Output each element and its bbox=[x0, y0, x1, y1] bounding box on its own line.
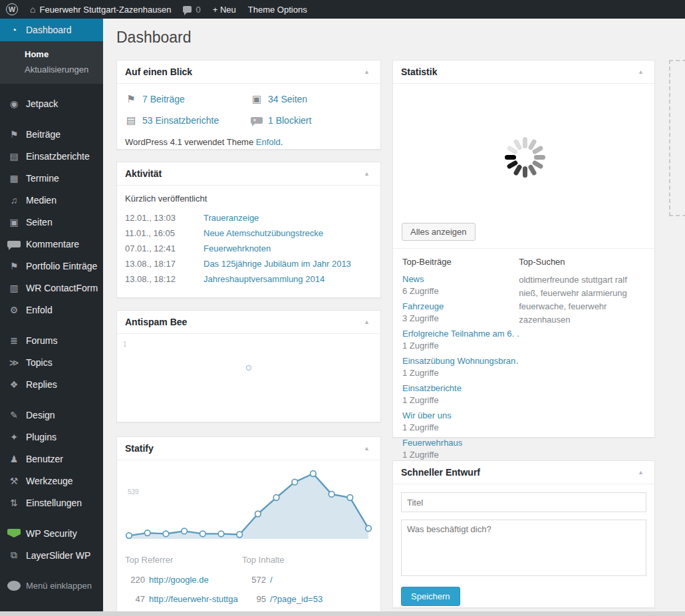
collapse-widget-button[interactable]: ▲ bbox=[635, 466, 646, 478]
top-post-link[interactable]: Einsatzübung Wohnungsbran… bbox=[402, 355, 519, 367]
admin-bar: W ⌂ Feuerwehr Stuttgart-Zazenhausen 0 + … bbox=[0, 0, 685, 19]
sidebar-item-label: Enfold bbox=[26, 305, 53, 315]
sidebar-item[interactable]: ⧉ LayerSlider WP bbox=[0, 544, 103, 566]
version-text: WordPress 4.1 verwendet Theme bbox=[125, 137, 253, 147]
activity-post-link[interactable]: Das 125jährige Jubiläum im Jahr 2013 bbox=[204, 259, 372, 269]
sidebar-item[interactable]: ▦ Termine bbox=[0, 167, 103, 189]
statify-rows: 220 http://google.de 572 / 47 http://feu… bbox=[125, 570, 372, 616]
sidebar-item[interactable]: ⚙ Enfold bbox=[0, 299, 103, 321]
sidebar-item[interactable]: ◀ Menü einklappen bbox=[0, 575, 103, 597]
dashboard-submenu: HomeAktualisierungen bbox=[0, 41, 103, 84]
sidebar-item[interactable]: ♟ Benutzer bbox=[0, 448, 103, 470]
sidebar-item[interactable]: ⚒ Werkzeuge bbox=[0, 470, 103, 492]
sidebar-item[interactable]: ⚑ Portfolio Einträge bbox=[0, 255, 103, 277]
sidebar-item[interactable]: ⚑ Beiträge bbox=[0, 123, 103, 145]
widget-header: Auf einen Blick ▲ bbox=[117, 61, 380, 84]
theme-link[interactable]: Enfold bbox=[256, 137, 281, 147]
sidebar-item[interactable]: ✎ Design bbox=[0, 404, 103, 426]
home-icon: ⌂ bbox=[30, 4, 35, 15]
draft-content-textarea[interactable] bbox=[401, 520, 646, 576]
collapse-icon: ◀ bbox=[7, 581, 21, 591]
glance-item[interactable]: ▤ 53 Einsatzberichte bbox=[125, 114, 247, 126]
widget-quick-draft: Schneller Entwurf ▲ Speichern bbox=[392, 460, 655, 608]
sidebar-item[interactable]: ⇅ Einstellungen bbox=[0, 492, 103, 514]
layers-icon: ⧉ bbox=[7, 549, 21, 561]
shield-icon bbox=[7, 529, 21, 538]
activity-post-link[interactable]: Neue Atemschutzübungstrecke bbox=[204, 228, 372, 238]
sidebar-item[interactable]: ≣ Forums bbox=[0, 329, 103, 351]
sidebar-item[interactable]: ✦ Plugins bbox=[0, 426, 103, 448]
content-link[interactable]: /?page_id=53 bbox=[270, 594, 372, 604]
new-content-button[interactable]: + Neu bbox=[207, 0, 242, 19]
sidebar-item-label: Replies bbox=[26, 379, 57, 390]
submenu-item[interactable]: Aktualisierungen bbox=[0, 62, 103, 77]
collapse-widget-button[interactable]: ▲ bbox=[361, 168, 372, 180]
widget-activity: Aktivität ▲ Kürzlich veröffentlicht 12.0… bbox=[116, 162, 381, 298]
comment-icon bbox=[183, 6, 192, 13]
site-name-link[interactable]: ⌂ Feuerwehr Stuttgart-Zazenhausen bbox=[24, 0, 177, 19]
sidebar-item-label: Beiträge bbox=[26, 129, 61, 140]
top-post-link[interactable]: Wir über uns bbox=[402, 410, 519, 421]
sidebar-item[interactable]: ▣ Seiten bbox=[0, 211, 103, 233]
theme-options-link[interactable]: Theme Options bbox=[242, 0, 313, 19]
submenu-item[interactable]: Home bbox=[0, 47, 103, 62]
wordpress-menu-button[interactable]: W bbox=[0, 0, 24, 19]
calendar-icon: ▦ bbox=[7, 173, 21, 184]
widget-at-a-glance: Auf einen Blick ▲ ⚑ 7 Beiträge ▣ 34 Seit… bbox=[116, 60, 381, 150]
collapse-widget-button[interactable]: ▲ bbox=[361, 66, 372, 78]
save-draft-button[interactable]: Speichern bbox=[401, 587, 460, 606]
sidebar-item[interactable]: ♫ Medien bbox=[0, 189, 103, 211]
activity-post-link[interactable]: Traueranzeige bbox=[204, 213, 372, 223]
content-link[interactable]: / bbox=[270, 575, 372, 585]
top-post-link[interactable]: Einsatzberichte bbox=[402, 383, 519, 394]
topics-icon: ≫ bbox=[7, 357, 21, 368]
widget-title: Auf einen Blick bbox=[125, 67, 361, 77]
top-post-hits: 1 Zugriffe bbox=[402, 339, 519, 352]
sidebar-item[interactable]: Kommentare bbox=[0, 233, 103, 255]
site-name: Feuerwehr Stuttgart-Zazenhausen bbox=[39, 5, 171, 15]
sidebar-item[interactable]: ≫ Topics bbox=[0, 351, 103, 373]
forums-icon: ≣ bbox=[7, 335, 21, 346]
sidebar-item[interactable]: ◉ Jetpack bbox=[0, 92, 103, 114]
top-post-link[interactable]: Feuerwehrhaus bbox=[402, 437, 519, 448]
gear-icon: ⚙ bbox=[7, 305, 21, 315]
sidebar-item[interactable]: ❖ Replies bbox=[0, 373, 103, 395]
activity-post-link[interactable]: Feuerwehrknoten bbox=[204, 243, 372, 253]
top-post-link[interactable]: Erfolgreiche Teilnahme am 6. … bbox=[402, 328, 519, 339]
sidebar-item-label: Design bbox=[26, 410, 55, 420]
blocked-icon bbox=[251, 117, 263, 124]
collapse-widget-button[interactable]: ▲ bbox=[635, 66, 646, 78]
activity-post-link[interactable]: Jahreshauptversammlung 2014 bbox=[204, 274, 372, 284]
jetpack-icon: ◉ bbox=[7, 98, 21, 109]
sidebar-item[interactable]: ▥ WR ContactForm bbox=[0, 277, 103, 299]
sidebar-item-dashboard[interactable]: ◔ Dashboard bbox=[0, 19, 103, 41]
antispam-chart: 1 bbox=[117, 334, 380, 422]
top-post-link[interactable]: Fahrzeuge bbox=[402, 301, 519, 312]
activity-row: 12.01., 13:03 Traueranzeige bbox=[125, 210, 372, 226]
glance-item[interactable]: ⚑ 7 Beiträge bbox=[125, 93, 247, 105]
statify-area-chart bbox=[124, 464, 374, 545]
top-post-link[interactable]: News bbox=[402, 273, 519, 285]
show-all-button[interactable]: Alles anzeigen bbox=[402, 223, 476, 241]
statify-list-headers: Top Referrer Top Inhalte bbox=[125, 552, 372, 570]
top-post-hits: 3 Zugriffe bbox=[402, 312, 519, 325]
top-post-entry: News 6 Zugriffe bbox=[402, 273, 519, 297]
referrer-link[interactable]: http://feuerwehr-stuttga bbox=[149, 594, 242, 604]
widget-header: Statistik ▲ bbox=[393, 61, 654, 84]
activity-date: 07.01., 12:41 bbox=[125, 243, 204, 253]
admin-bar-comments-link[interactable]: 0 bbox=[177, 0, 206, 19]
draft-title-input[interactable] bbox=[401, 492, 646, 512]
widget-antispam-bee: Antispam Bee ▲ 1 bbox=[116, 310, 381, 422]
glance-item[interactable]: ▣ 34 Seiten bbox=[251, 93, 372, 105]
glance-item[interactable]: 1 Blockiert bbox=[251, 114, 372, 126]
content-count: 95 bbox=[246, 594, 266, 604]
sidebar-item[interactable]: ▤ Einsatzberichte bbox=[0, 145, 103, 167]
sidebar-item[interactable]: WP Security bbox=[0, 522, 103, 544]
chart-data-point bbox=[246, 365, 251, 371]
widget-drop-zone bbox=[669, 60, 685, 216]
referrer-link[interactable]: http://google.de bbox=[149, 575, 242, 585]
referrer-count: 47 bbox=[125, 594, 145, 604]
collapse-widget-button[interactable]: ▲ bbox=[361, 442, 372, 454]
collapse-widget-button[interactable]: ▲ bbox=[361, 316, 372, 328]
glance-link-label: 7 Beiträge bbox=[142, 94, 185, 104]
